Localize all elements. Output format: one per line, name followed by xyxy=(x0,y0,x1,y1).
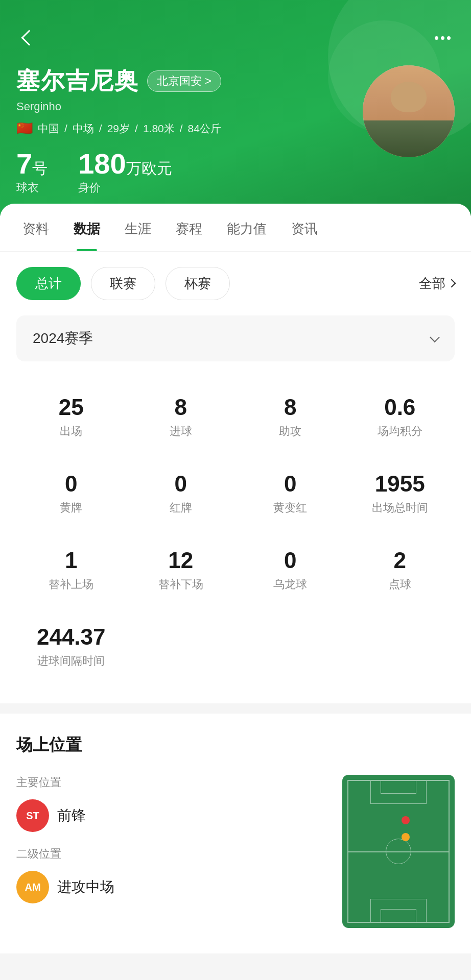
market-value-stat: 180万欧元 身价 xyxy=(78,150,172,195)
stat-val-own-goal: 0 xyxy=(241,549,340,572)
filter-row: 总计 联赛 杯赛 全部 xyxy=(16,267,455,300)
tab-career[interactable]: 生涯 xyxy=(112,204,163,251)
meta-separator: / xyxy=(180,122,183,135)
dot-icon xyxy=(435,36,438,40)
stats-row-1: 25 出场 8 进球 8 助攻 0.6 场均积分 xyxy=(16,382,455,453)
position-section-title: 场上位置 xyxy=(16,734,455,756)
position-content: 主要位置 ST 前锋 二级位置 AM 进攻中场 xyxy=(16,775,455,928)
stat-val-total-time: 1955 xyxy=(350,473,450,495)
stat-val-avg-score: 0.6 xyxy=(350,396,450,419)
stat-sub-in: 1 替补上场 xyxy=(16,535,126,606)
position-dot-st xyxy=(402,816,410,824)
secondary-position-label: 二级位置 xyxy=(16,846,327,862)
market-value-number: 180万欧元 xyxy=(78,150,172,178)
stat-val-yellow: 0 xyxy=(21,473,121,495)
tab-profile[interactable]: 资料 xyxy=(10,204,61,251)
player-name: 塞尔吉尼奥 xyxy=(16,65,139,97)
filter-league[interactable]: 联赛 xyxy=(91,267,155,300)
field-box-top xyxy=(370,781,427,804)
stat-penalty: 2 点球 xyxy=(345,535,455,606)
back-button[interactable] xyxy=(16,27,39,49)
stat-label-own-goal: 乌龙球 xyxy=(241,577,340,592)
tab-ability[interactable]: 能力值 xyxy=(215,204,279,251)
player-latin-name: Serginho xyxy=(16,100,352,113)
secondary-position-row: AM 进攻中场 xyxy=(16,871,327,903)
stat-val-sub-out: 12 xyxy=(131,549,231,572)
stat-yellow-red: 0 黄变红 xyxy=(236,458,345,530)
chevron-right-icon xyxy=(448,279,456,287)
player-info-row: 塞尔吉尼奥 北京国安 Serginho 🇨🇳 中国 / 中场 / 29岁 / 1… xyxy=(16,65,455,195)
field-box-bottom xyxy=(370,899,427,922)
more-button[interactable] xyxy=(431,32,455,44)
season-selector[interactable]: 2024赛季 xyxy=(16,315,455,361)
dot-icon xyxy=(447,36,451,40)
filter-cup[interactable]: 杯赛 xyxy=(166,267,230,300)
secondary-position-badge: AM xyxy=(16,871,49,903)
primary-position-label: 主要位置 xyxy=(16,775,327,790)
stat-label-yellow: 黄牌 xyxy=(21,500,121,516)
all-seasons-button[interactable]: 全部 xyxy=(419,275,455,292)
tab-news[interactable]: 资讯 xyxy=(279,204,330,251)
player-age: 29岁 xyxy=(107,121,130,136)
tab-data[interactable]: 数据 xyxy=(61,204,112,251)
meta-separator: / xyxy=(64,122,67,135)
position-left: 主要位置 ST 前锋 二级位置 AM 进攻中场 xyxy=(16,775,327,918)
stat-appearances: 25 出场 xyxy=(16,382,126,453)
market-value-desc: 身价 xyxy=(78,180,172,195)
player-info-left: 塞尔吉尼奥 北京国安 Serginho 🇨🇳 中国 / 中场 / 29岁 / 1… xyxy=(16,65,352,195)
team-tag[interactable]: 北京国安 xyxy=(147,70,221,92)
chevron-down-icon xyxy=(430,332,440,342)
stat-own-goal: 0 乌龙球 xyxy=(236,535,345,606)
stats-row-2: 0 黄牌 0 红牌 0 黄变红 1955 出场总时间 xyxy=(16,458,455,530)
stat-val-yellow-red: 0 xyxy=(241,473,340,495)
stat-label-penalty: 点球 xyxy=(350,577,450,592)
stat-total-time: 1955 出场总时间 xyxy=(345,458,455,530)
stat-assists: 8 助攻 xyxy=(236,382,345,453)
stat-red: 0 红牌 xyxy=(126,458,236,530)
stat-label-assists: 助攻 xyxy=(241,424,340,439)
stat-val-penalty: 2 xyxy=(350,549,450,572)
stat-val-sub-in: 1 xyxy=(21,549,121,572)
primary-position-badge: ST xyxy=(16,799,49,832)
field-inner xyxy=(347,780,450,923)
player-height: 1.80米 xyxy=(143,121,175,136)
flag-icon: 🇨🇳 xyxy=(16,120,33,136)
filter-total[interactable]: 总计 xyxy=(16,267,81,300)
position-section: 场上位置 主要位置 ST 前锋 二级位置 AM 进攻中场 xyxy=(0,714,471,953)
stat-val-red: 0 xyxy=(131,473,231,495)
meta-separator: / xyxy=(99,122,102,135)
season-label: 2024赛季 xyxy=(33,329,93,348)
tab-schedule[interactable]: 赛程 xyxy=(163,204,215,251)
avatar-face xyxy=(363,65,455,157)
player-name-row: 塞尔吉尼奥 北京国安 xyxy=(16,65,352,97)
dot-icon xyxy=(441,36,444,40)
stat-goal-interval: 244.37 进球间隔时间 xyxy=(16,611,126,683)
primary-position-name: 前锋 xyxy=(57,806,86,825)
player-position: 中场 xyxy=(73,121,94,136)
secondary-position-name: 进攻中场 xyxy=(57,877,114,897)
meta-separator: / xyxy=(135,122,138,135)
primary-position-row: ST 前锋 xyxy=(16,799,327,832)
jersey-stat: 7号 球衣 xyxy=(16,150,48,195)
jersey-desc: 球衣 xyxy=(16,180,48,195)
stat-label-yellow-red: 黄变红 xyxy=(241,500,340,516)
player-avatar xyxy=(363,65,455,157)
tabs-container: 资料 数据 生涯 赛程 能力值 资讯 xyxy=(0,204,471,252)
stats-row-3: 1 替补上场 12 替补下场 0 乌龙球 2 点球 xyxy=(16,535,455,606)
stat-label-total-time: 出场总时间 xyxy=(350,500,450,516)
jersey-number: 7号 xyxy=(16,150,48,178)
hero-section: 塞尔吉尼奥 北京国安 Serginho 🇨🇳 中国 / 中场 / 29岁 / 1… xyxy=(0,0,471,216)
stats-row-4: 244.37 进球间隔时间 xyxy=(16,611,455,683)
section-divider xyxy=(0,703,471,714)
hero-stats-row: 7号 球衣 180万欧元 身价 xyxy=(16,150,352,195)
stat-label-goals: 进球 xyxy=(131,424,231,439)
stat-label-goal-interval: 进球间隔时间 xyxy=(21,653,121,669)
stat-val-goals: 8 xyxy=(131,396,231,419)
stat-label-sub-in: 替补上场 xyxy=(21,577,121,592)
player-nationality: 中国 xyxy=(38,121,59,136)
main-content: 总计 联赛 杯赛 全部 2024赛季 25 出场 8 进球 8 助攻 0.6 场… xyxy=(0,252,471,703)
stat-goals: 8 进球 xyxy=(126,382,236,453)
stat-label-avg-score: 场均积分 xyxy=(350,424,450,439)
position-dot-am xyxy=(402,833,410,841)
nav-bar xyxy=(16,0,455,61)
